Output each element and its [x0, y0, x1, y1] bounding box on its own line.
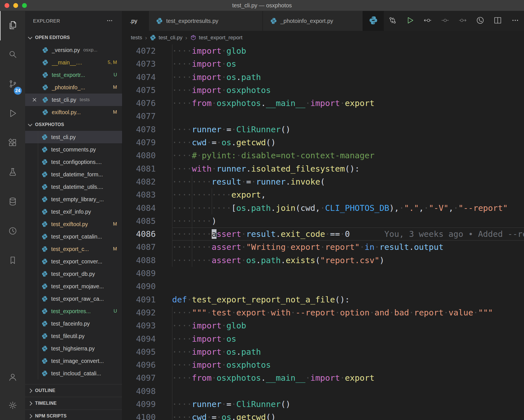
tree-item[interactable]: test_fileutil.py: [25, 330, 122, 342]
open-editor-item[interactable]: _photoinfo_...M: [25, 81, 122, 94]
breadcrumb-item[interactable]: test_export_report: [190, 34, 242, 41]
code-line[interactable]: [172, 110, 524, 123]
code-line[interactable]: ············[os.path.join(cwd,·CLI_PHOTO…: [172, 202, 524, 215]
code-line[interactable]: ····import·osxphotos: [172, 84, 524, 97]
tree-item[interactable]: test_export_conver...: [25, 255, 122, 268]
code-line[interactable]: ····import·os: [172, 332, 524, 345]
code-line-row: 4074····import·os.path: [122, 71, 524, 84]
open-editor-item[interactable]: exiftool.py...M: [25, 106, 122, 118]
activity-search-button[interactable]: [0, 40, 25, 70]
indent-guide: [172, 306, 172, 319]
code-line[interactable]: ········assert·os.path.exists("report.cs…: [172, 254, 524, 267]
code-line[interactable]: ····import·glob: [172, 319, 524, 332]
nav-back-button[interactable]: [419, 11, 436, 31]
tree-item[interactable]: test_configoptions....: [25, 156, 122, 168]
code-line[interactable]: ········): [172, 215, 524, 228]
section-header-outline[interactable]: OUTLINE: [25, 384, 122, 397]
code-editor[interactable]: 4072····import·glob4073····import·os4074…: [122, 44, 524, 420]
more-actions-icon[interactable]: [106, 17, 114, 26]
tree-item[interactable]: test_empty_library_...: [25, 193, 122, 205]
run-file-button[interactable]: [401, 11, 419, 31]
code-line[interactable]: ····import·os: [172, 57, 524, 70]
code-line[interactable]: def·test_export_report_not_a_file():: [172, 293, 524, 306]
tree-item[interactable]: test_image_convert...: [25, 355, 122, 367]
open-editor-item[interactable]: test_exportr...U: [25, 69, 122, 81]
code-line[interactable]: ····import·osxphotos: [172, 358, 524, 371]
code-line[interactable]: ····"""·test·export·with·--report·option…: [172, 306, 524, 319]
activity-database-button[interactable]: [0, 187, 25, 217]
tree-item[interactable]: test_incloud_catali...: [25, 367, 122, 380]
code-line[interactable]: ········assert·result.exit_code·==·0You,…: [172, 228, 524, 241]
editor-tab[interactable]: .py: [122, 11, 149, 31]
section-header-open-editors[interactable]: OPEN EDITORS: [25, 31, 122, 44]
file-history-button[interactable]: [471, 11, 489, 31]
tree-item[interactable]: test_faceinfo.py: [25, 317, 122, 330]
activity-extensions-button[interactable]: [0, 129, 25, 158]
tree-item[interactable]: test_exiftool.pyM: [25, 218, 122, 230]
tree-item[interactable]: test_datetime_form...: [25, 168, 122, 181]
code-line[interactable]: ····cwd·=·os.getcwd(): [172, 411, 524, 420]
code-line[interactable]: ····cwd·=·os.getcwd(): [172, 136, 524, 149]
activity-run-debug-button[interactable]: [0, 99, 25, 129]
nav-current-button[interactable]: [436, 11, 454, 31]
activity-account-button[interactable]: [0, 363, 25, 392]
section-header-timeline[interactable]: TIMELINE: [25, 397, 122, 410]
activity-settings-gear-button[interactable]: [0, 392, 25, 420]
code-line[interactable]: ····import·os.path: [172, 71, 524, 84]
tree-item[interactable]: test_export_c...M: [25, 243, 122, 255]
code-line[interactable]: ········assert·"Writing·export·report"·i…: [172, 241, 524, 254]
code-line[interactable]: ····runner·=·CliRunner(): [172, 398, 524, 411]
tree-item[interactable]: test_exportres...U: [25, 305, 122, 317]
zoom-window-button[interactable]: [22, 3, 27, 8]
code-line[interactable]: ····from·osxphotos.__main__·import·expor…: [172, 97, 524, 110]
code-line[interactable]: ····import·os.path: [172, 345, 524, 358]
editor-tab[interactable]: _photoinfo_export.py: [263, 11, 363, 31]
tree-item[interactable]: test_exif_info.py: [25, 205, 122, 218]
token: import: [192, 321, 222, 330]
section-header-npm-scripts[interactable]: NPM SCRIPTS: [25, 410, 122, 420]
activity-testing-button[interactable]: [0, 158, 25, 187]
token: (: [296, 203, 300, 213]
open-changes-button[interactable]: [384, 11, 401, 31]
tree-item[interactable]: test_highsierra.py: [25, 342, 122, 355]
code-line[interactable]: ····#·pylint:·disable=not-context-manage…: [172, 149, 524, 162]
open-editor-item[interactable]: test_cli.pytests: [25, 94, 122, 106]
nav-forward-button[interactable]: [454, 11, 471, 31]
section-header-project[interactable]: OSXPHOTOS: [25, 118, 122, 131]
python-icon: [42, 209, 48, 215]
activity-source-control-button[interactable]: 24: [0, 70, 25, 99]
close-icon[interactable]: [32, 97, 42, 102]
more-actions-button[interactable]: [506, 11, 524, 31]
tree-item[interactable]: test_export_raw_ca...: [25, 293, 122, 305]
code-line-row: 4081····with·runner.isolated_filesystem(…: [122, 162, 524, 175]
split-editor-button[interactable]: [489, 11, 506, 31]
python-button[interactable]: [363, 11, 384, 31]
close-window-button[interactable]: [5, 3, 9, 8]
tree-item[interactable]: test_datetime_utils....: [25, 181, 122, 193]
code-line[interactable]: ····runner·=·CliRunner(): [172, 123, 524, 136]
open-editor-item[interactable]: _version.pyosxp...: [25, 44, 122, 56]
code-line[interactable]: [172, 280, 524, 293]
activity-explorer-button[interactable]: [0, 11, 25, 40]
tree-item[interactable]: test_export_db.py: [25, 268, 122, 280]
code-line-row: 4072····import·glob: [122, 44, 524, 57]
code-line[interactable]: ············export,: [172, 188, 524, 201]
token: ),: [389, 203, 399, 213]
code-line[interactable]: [172, 267, 524, 280]
tree-item[interactable]: test_export_mojave...: [25, 280, 122, 293]
breadcrumb-item[interactable]: test_cli.py: [150, 34, 182, 41]
activity-bookmarks-button[interactable]: [0, 246, 25, 276]
editor-tab[interactable]: test_exportresults.py: [149, 11, 263, 31]
open-editor-item[interactable]: __main__....5, M: [25, 56, 122, 69]
breadcrumb-item[interactable]: tests: [131, 34, 142, 41]
code-line[interactable]: ····with·runner.isolated_filesystem():: [172, 162, 524, 175]
minimize-window-button[interactable]: [13, 3, 18, 8]
tree-item[interactable]: test_export_catalin...: [25, 230, 122, 243]
activity-history-button[interactable]: [0, 217, 25, 246]
code-line[interactable]: ········result·=·runner.invoke(: [172, 175, 524, 188]
code-line[interactable]: ····from·osxphotos.__main__·import·expor…: [172, 371, 524, 384]
code-line[interactable]: ····import·glob: [172, 44, 524, 57]
tree-item[interactable]: test_cli.py: [25, 131, 122, 143]
tree-item[interactable]: test_comments.py: [25, 143, 122, 156]
code-line[interactable]: [172, 385, 524, 398]
